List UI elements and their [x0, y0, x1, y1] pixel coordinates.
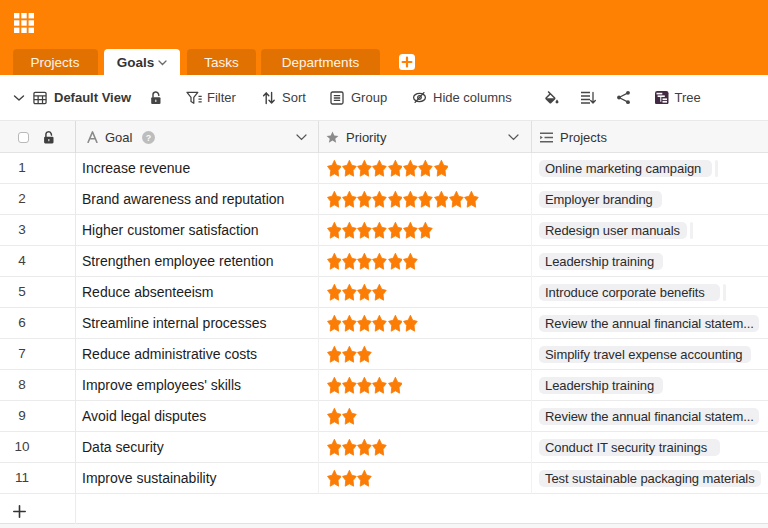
- svg-text:?: ?: [146, 132, 152, 142]
